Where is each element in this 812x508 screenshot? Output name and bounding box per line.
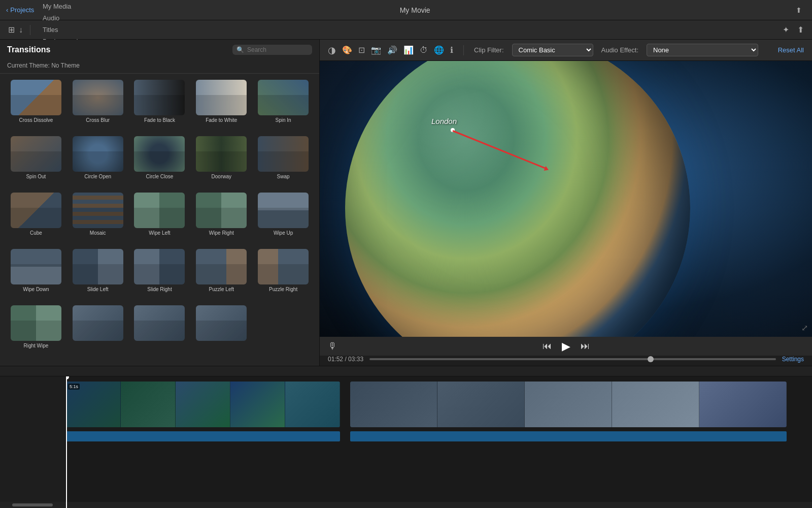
transition-item-generic-3[interactable] [191, 305, 251, 360]
transition-item-spin-out[interactable]: Spin Out [6, 136, 66, 190]
transition-item-slide-left[interactable]: Slide Left [68, 249, 128, 303]
toolbar: ⊞ ↓ My MediaAudioTitlesBackgroundsTransi… [0, 20, 812, 40]
track-clip[interactable] [285, 382, 340, 427]
transitions-panel: Transitions 🔍 Current Theme: No Theme Cr… [0, 40, 320, 366]
filter-icon-audio[interactable]: 🔊 [387, 45, 397, 55]
theme-label: Current Theme: No Theme [0, 60, 319, 74]
transition-item-wipe-right[interactable]: Wipe Right [191, 193, 251, 247]
filter-icon-color[interactable]: 🎨 [342, 45, 352, 55]
current-time: 01:52 / 03:33 [328, 356, 363, 363]
import-icon[interactable]: ⬆ [796, 6, 802, 14]
transition-label: Cross Blur [86, 117, 110, 123]
video-preview: London ⤢ [320, 61, 812, 337]
transition-item-circle-close[interactable]: Circle Close [130, 136, 190, 190]
panel-header: Transitions 🔍 [0, 40, 319, 60]
transition-item-wipe-down[interactable]: Wipe Down [6, 249, 66, 303]
search-icon: 🔍 [236, 46, 244, 53]
transition-item-cross-blur[interactable]: Cross Blur [68, 80, 128, 134]
track-clip[interactable] [437, 382, 525, 427]
clip-filter-select[interactable]: Comic Basic [512, 44, 593, 56]
transition-item-puzzle-left[interactable]: Puzzle Left [191, 249, 251, 303]
track-clip[interactable] [612, 382, 699, 427]
panel-title: Transitions [7, 45, 50, 54]
toolbar-tab-my-media[interactable]: My Media [38, 1, 86, 12]
transition-label: Fade to White [206, 117, 237, 123]
resize-icon[interactable]: ⤢ [801, 323, 808, 333]
skip-back-button[interactable]: ⏮ [543, 341, 552, 352]
reset-all-button[interactable]: Reset All [778, 46, 804, 54]
transition-label: Slide Right [147, 287, 172, 292]
track-clip[interactable]: 5:1s [66, 382, 121, 427]
filter-icon-crop[interactable]: ⊡ [358, 45, 365, 55]
transition-item-fade-black[interactable]: Fade to Black [130, 80, 190, 134]
magic-wand-icon[interactable]: ✦ [783, 25, 789, 35]
filter-icon-circle[interactable]: ◑ [328, 45, 336, 56]
audio-effect-select[interactable]: None [647, 44, 758, 56]
transition-item-fade-white[interactable]: Fade to White [191, 80, 251, 134]
settings-button[interactable]: Settings [782, 356, 804, 363]
time-slider[interactable] [369, 358, 776, 360]
sort-icon[interactable]: ↓ [19, 25, 23, 35]
timeline: 5:1s [0, 366, 812, 508]
toolbar-tab-titles[interactable]: Titles [38, 24, 86, 36]
transition-item-puzzle-right[interactable]: Puzzle Right [253, 249, 313, 303]
export-icon[interactable]: ⬆ [797, 25, 804, 35]
track-clip[interactable] [350, 382, 437, 427]
right-panel: ◑ 🎨 ⊡ 📷 🔊 📊 ⏱ 🌐 ℹ Clip Filter: Comic Bas… [320, 40, 812, 366]
transition-item-generic-2[interactable] [130, 305, 190, 360]
search-input[interactable] [247, 46, 308, 53]
transition-thumb [196, 193, 247, 228]
transition-item-generic-1[interactable] [68, 305, 128, 360]
transition-item-cube[interactable]: Cube [6, 193, 66, 247]
scroll-thumb [12, 503, 53, 506]
transition-label: Slide Left [87, 287, 109, 292]
transition-label: Wipe Right [209, 230, 234, 236]
timeline-scroll[interactable] [0, 502, 812, 508]
back-label: Projects [10, 6, 34, 14]
audio-effect-label: Audio Effect: [601, 46, 638, 54]
playhead[interactable] [66, 376, 67, 508]
track-clip[interactable] [176, 382, 230, 427]
transition-label: Mosaic [90, 230, 106, 236]
transition-thumb [11, 305, 61, 341]
microphone-button[interactable]: 🎙 [328, 341, 337, 352]
track-clip[interactable] [699, 382, 787, 427]
filter-icon-globe[interactable]: 🌐 [434, 45, 444, 55]
globe-visual [345, 61, 690, 337]
filter-icon-chart[interactable]: 📊 [403, 45, 414, 55]
transition-item-spin-in[interactable]: Spin In [253, 80, 313, 134]
track-clip[interactable] [525, 382, 612, 427]
grid-icon[interactable]: ⊞ [8, 25, 15, 35]
transition-thumb [258, 136, 309, 172]
transition-thumb [134, 80, 185, 115]
transition-item-cross-dissolve[interactable]: Cross Dissolve [6, 80, 66, 134]
transition-item-doorway[interactable]: Doorway [191, 136, 251, 190]
main-content: Transitions 🔍 Current Theme: No Theme Cr… [0, 40, 812, 366]
timeline-ruler [0, 366, 812, 376]
transition-item-mosaic[interactable]: Mosaic [68, 193, 128, 247]
transition-item-right-wipe[interactable]: Right Wipe [6, 305, 66, 360]
track-clip[interactable] [121, 382, 176, 427]
filter-icon-speed[interactable]: ⏱ [420, 46, 428, 55]
transition-thumb [73, 305, 123, 341]
transition-thumb [73, 193, 123, 228]
skip-forward-button[interactable]: ⏭ [581, 341, 590, 352]
transition-thumb [73, 136, 123, 172]
filter-icon-info[interactable]: ℹ [450, 45, 453, 55]
search-box[interactable]: 🔍 [232, 45, 312, 55]
transition-item-slide-right[interactable]: Slide Right [130, 249, 190, 303]
back-button[interactable]: ‹ Projects [6, 6, 34, 14]
transition-thumb [258, 193, 309, 228]
transition-thumb [196, 80, 247, 115]
transition-item-swap[interactable]: Swap [253, 136, 313, 190]
transition-label: Circle Close [146, 174, 174, 179]
transition-item-circle-open[interactable]: Circle Open [68, 136, 128, 190]
filter-icon-camera[interactable]: 📷 [371, 45, 381, 55]
track-clip[interactable] [230, 382, 285, 427]
transition-label: Wipe Up [274, 230, 293, 236]
toolbar-tab-audio[interactable]: Audio [38, 12, 86, 24]
transition-item-wipe-up[interactable]: Wipe Up [253, 193, 313, 247]
play-button[interactable]: ▶ [562, 340, 570, 353]
transition-item-wipe-left[interactable]: Wipe Left [130, 193, 190, 247]
timeline-main: 5:1s [66, 376, 812, 508]
